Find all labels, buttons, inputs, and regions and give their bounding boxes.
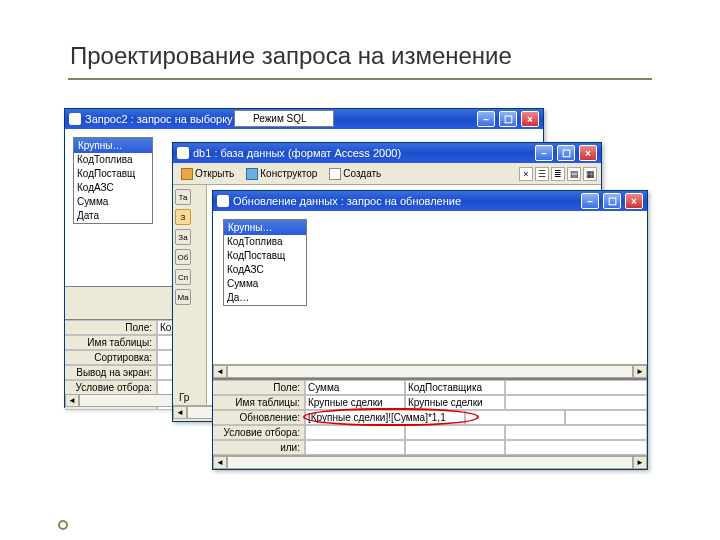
grid-cell[interactable]	[505, 440, 647, 455]
grid-cell[interactable]: Крупные сделки	[405, 395, 505, 410]
scrollbar[interactable]: ◄►	[213, 455, 647, 469]
table-header: Крупны…	[74, 138, 152, 153]
list-item-icon[interactable]: За	[175, 229, 191, 245]
close-button[interactable]: ×	[625, 193, 643, 209]
grid-cell[interactable]	[305, 425, 405, 440]
grid-cell[interactable]: [Крупные сделки]![Сумма]*1,1	[305, 410, 465, 425]
menu-snippet: Режим SQL	[234, 110, 334, 127]
grid-label-ili: или:	[213, 440, 305, 455]
grid-cell[interactable]: Сумма	[305, 380, 405, 395]
close-button[interactable]: ×	[579, 145, 597, 161]
queries-icon[interactable]: З	[175, 209, 191, 225]
title-text: Обновление данных : запрос на обновление	[233, 195, 461, 207]
delete-icon[interactable]: ×	[519, 167, 533, 181]
app-icon	[177, 147, 189, 159]
grid-label-usl: Условие отбора:	[65, 380, 157, 395]
minimize-button[interactable]: –	[477, 111, 495, 127]
grid-cell[interactable]	[465, 410, 565, 425]
maximize-button[interactable]: ☐	[557, 145, 575, 161]
minimize-button[interactable]: –	[581, 193, 599, 209]
table-box-win3[interactable]: Крупны… КодТоплива КодПоставщ КодАЗС Сум…	[223, 219, 307, 306]
menu-item-sql[interactable]: Режим SQL	[235, 111, 333, 126]
db-toolbar: Открыть Конструктор Создать × ☰ ≣ ▤ ▦	[173, 163, 601, 185]
title-text: Запрос2 : запрос на выборку	[85, 113, 233, 125]
titlebar-win3[interactable]: Обновление данных : запрос на обновление…	[213, 191, 647, 211]
table-box-win1[interactable]: Крупны… КодТоплива КодПоставщ КодАЗС Сум…	[73, 137, 153, 224]
toolbar-icon-group: × ☰ ≣ ▤ ▦	[519, 167, 597, 181]
design-button[interactable]: Конструктор	[242, 167, 321, 181]
field-item[interactable]: КодПоставщ	[224, 249, 306, 263]
grid-label-gr: Гр	[173, 390, 195, 405]
large-icons-icon[interactable]: ☰	[535, 167, 549, 181]
title-underline	[68, 78, 652, 80]
close-button[interactable]: ×	[521, 111, 539, 127]
grid-label-imya: Имя таблицы:	[213, 395, 305, 410]
grid-label-sort: Сортировка:	[65, 350, 157, 365]
grid-label-obn: Обновление:	[213, 410, 305, 425]
design-grid-win3[interactable]: Поле: Сумма КодПоставщика Имя таблицы: К…	[213, 379, 647, 455]
workspace: Запрос2 : запрос на выборку – ☐ × Крупны…	[64, 108, 654, 508]
window-update-query: Обновление данных : запрос на обновление…	[212, 190, 648, 470]
titlebar-win2[interactable]: db1 : база данных (формат Access 2000) –…	[173, 143, 601, 163]
grid-label-vyvod: Вывод на экран:	[65, 365, 157, 380]
tables-icon[interactable]: Та	[175, 189, 191, 205]
minimize-button[interactable]: –	[535, 145, 553, 161]
field-item[interactable]: КодТоплива	[224, 235, 306, 249]
grid-cell[interactable]	[505, 380, 647, 395]
grid-cell[interactable]: КодПоставщика	[405, 380, 505, 395]
field-item[interactable]: КодАЗС	[224, 263, 306, 277]
grid-cell[interactable]	[505, 395, 647, 410]
list-item-icon[interactable]: Об	[175, 249, 191, 265]
grid-cell[interactable]	[405, 425, 505, 440]
small-icons-icon[interactable]: ≣	[551, 167, 565, 181]
table-header: Крупны…	[224, 220, 306, 235]
grid-cell[interactable]: Крупные сделки	[305, 395, 405, 410]
grid-label-imya: Имя таблицы:	[65, 335, 157, 350]
details-icon[interactable]: ▦	[583, 167, 597, 181]
field-item[interactable]: Сумма	[74, 195, 152, 209]
field-item[interactable]: КодПоставщ	[74, 167, 152, 181]
grid-label-usl: Условие отбора:	[213, 425, 305, 440]
create-button[interactable]: Создать	[325, 167, 385, 181]
field-item[interactable]: Сумма	[224, 277, 306, 291]
object-bar: Та З За Об Сп Ма	[173, 185, 207, 405]
app-icon	[217, 195, 229, 207]
list-item-icon[interactable]: Сп	[175, 269, 191, 285]
inner-scrollbar[interactable]: ◄►	[213, 364, 647, 378]
maximize-button[interactable]: ☐	[499, 111, 517, 127]
field-item[interactable]: КодТоплива	[74, 153, 152, 167]
field-item[interactable]: Да…	[224, 291, 306, 305]
grid-cell[interactable]	[505, 425, 647, 440]
grid-label-pole: Поле:	[213, 380, 305, 395]
title-text: db1 : база данных (формат Access 2000)	[193, 147, 401, 159]
open-button[interactable]: Открыть	[177, 167, 238, 181]
grid-cell[interactable]	[405, 440, 505, 455]
slide-title: Проектирование запроса на изменение	[70, 42, 512, 70]
list-item-icon[interactable]: Ма	[175, 289, 191, 305]
maximize-button[interactable]: ☐	[603, 193, 621, 209]
list-icon[interactable]: ▤	[567, 167, 581, 181]
grid-cell[interactable]	[565, 410, 647, 425]
app-icon	[69, 113, 81, 125]
field-item[interactable]: КодАЗС	[74, 181, 152, 195]
field-item[interactable]: Дата	[74, 209, 152, 223]
grid-cell[interactable]	[305, 440, 405, 455]
grid-label-pole: Поле:	[65, 320, 157, 335]
bullet-dot-icon	[58, 520, 68, 530]
